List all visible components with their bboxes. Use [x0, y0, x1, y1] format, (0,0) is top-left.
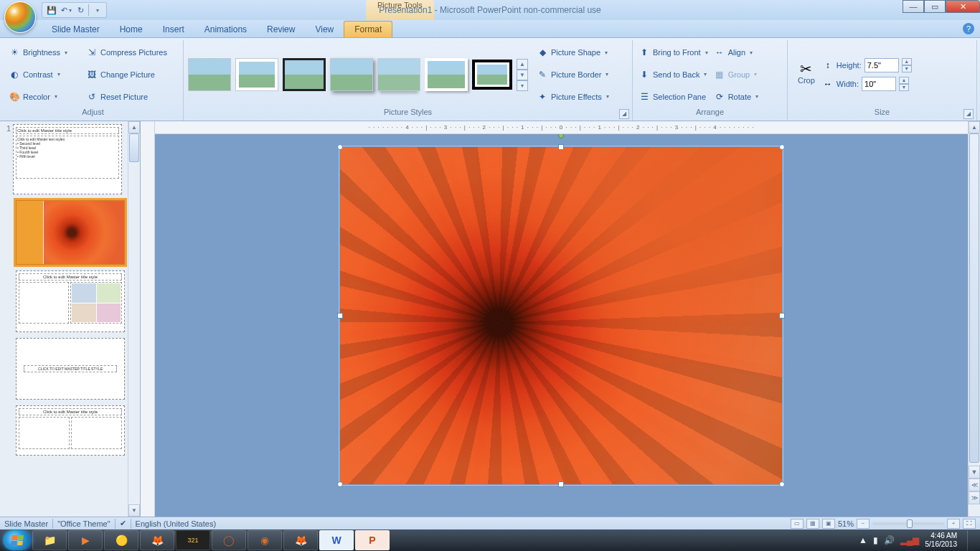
next-slide-icon[interactable]: ≫	[969, 491, 980, 504]
rotate-button[interactable]: ⟳Rotate▾	[711, 90, 761, 104]
taskbar-chrome[interactable]: 🟡	[104, 530, 138, 550]
layout-slide-selected[interactable]	[16, 200, 125, 265]
resize-handle-n[interactable]	[558, 144, 564, 150]
change-picture-button[interactable]: 🖼Change Picture	[83, 67, 170, 82]
flower-image[interactable]	[340, 147, 782, 484]
tray-volume-icon[interactable]: 🔊	[884, 535, 895, 545]
resize-handle-sw[interactable]	[337, 481, 343, 487]
style-thumb-6[interactable]	[425, 58, 468, 91]
qat-customize-icon[interactable]: ▾	[90, 4, 103, 17]
send-to-back-button[interactable]: ⬇Send to Back▾	[636, 67, 711, 82]
redo-icon[interactable]: ↻	[74, 4, 87, 17]
scroll-down-icon[interactable]: ▼	[128, 504, 140, 517]
prev-slide-icon[interactable]: ≪	[969, 479, 980, 491]
zoom-out-icon[interactable]: −	[857, 519, 870, 529]
brightness-button[interactable]: ☀Brightness▾	[6, 45, 83, 60]
editor-scrollbar[interactable]: ▲ ▼ ≪ ≫	[968, 121, 980, 517]
master-thumb-1[interactable]: 1 Click to edit Master title style Click…	[3, 124, 140, 194]
fit-window-icon[interactable]: ⛶	[963, 519, 976, 529]
normal-view-icon[interactable]: ▭	[791, 519, 804, 529]
layout-thumb-3[interactable]: Click to edit Master title style	[16, 270, 140, 332]
gallery-more-icon[interactable]: ▾	[517, 80, 528, 91]
minimize-button[interactable]: —	[903, 0, 924, 13]
rotate-handle[interactable]	[558, 134, 564, 138]
tab-review[interactable]: Review	[257, 22, 305, 37]
picture-effects-button[interactable]: ✦Picture Effects▾	[534, 90, 612, 104]
layout-slide[interactable]: CLICK TO EDIT MASTER TITLE STYLE	[16, 338, 125, 400]
office-button[interactable]	[4, 1, 36, 33]
slideshow-view-icon[interactable]: ▣	[822, 519, 835, 529]
thumb-scrollbar[interactable]: ▲ ▼	[128, 121, 140, 517]
tab-format[interactable]: Format	[344, 21, 392, 37]
selection-pane-button[interactable]: ☰Selection Pane	[636, 90, 711, 104]
height-up-icon[interactable]: ▲	[902, 58, 912, 65]
style-thumb-2[interactable]	[235, 58, 278, 91]
scroll-thumb[interactable]	[129, 133, 139, 162]
slide-canvas[interactable]	[155, 134, 968, 517]
contrast-button[interactable]: ◐Contrast▾	[6, 67, 83, 82]
resize-handle-s[interactable]	[558, 481, 564, 487]
start-button[interactable]	[3, 530, 32, 550]
resize-handle-w[interactable]	[337, 313, 343, 319]
taskbar-mpc[interactable]: 321	[176, 530, 210, 550]
style-thumb-1[interactable]	[188, 58, 231, 91]
save-icon[interactable]: 💾	[45, 4, 58, 17]
height-down-icon[interactable]: ▼	[902, 65, 912, 72]
style-thumb-4[interactable]	[330, 58, 373, 91]
bring-to-front-button[interactable]: ⬆Bring to Front▾	[636, 45, 711, 60]
taskbar-app-2[interactable]: ◉	[248, 530, 282, 550]
reset-picture-button[interactable]: ↺Reset Picture	[83, 90, 170, 104]
master-slide[interactable]: Click to edit Master title style Click t…	[13, 124, 122, 194]
tab-animations[interactable]: Animations	[194, 22, 257, 37]
taskbar-firefox-1[interactable]: 🦊	[140, 530, 174, 550]
scroll-track[interactable]	[128, 133, 140, 504]
picture-border-button[interactable]: ✎Picture Border▾	[534, 67, 612, 82]
tab-insert[interactable]: Insert	[153, 22, 194, 37]
size-dialog-launcher[interactable]: ◢	[963, 109, 974, 119]
height-input[interactable]	[864, 58, 899, 72]
style-thumb-5[interactable]	[377, 58, 420, 91]
taskbar-firefox-2[interactable]: 🦊	[283, 530, 318, 550]
tray-network-icon[interactable]: ▂▄▆	[900, 535, 920, 545]
zoom-percent[interactable]: 51%	[838, 519, 854, 528]
taskbar-wmp[interactable]: ▶	[68, 530, 103, 550]
taskbar-app-1[interactable]: ◯	[212, 530, 246, 550]
close-button[interactable]: ✕	[946, 0, 980, 13]
crop-button[interactable]: Crop	[795, 75, 818, 86]
compress-pictures-button[interactable]: ⇲Compress Pictures	[83, 45, 170, 60]
resize-handle-ne[interactable]	[779, 144, 785, 150]
resize-handle-nw[interactable]	[337, 144, 343, 150]
layout-slide[interactable]: Click to edit Master title style	[16, 405, 125, 456]
help-icon[interactable]: ?	[963, 23, 974, 34]
zoom-slider[interactable]	[872, 522, 944, 525]
layout-slide[interactable]: Click to edit Master title style	[16, 270, 125, 332]
align-button[interactable]: ↔Align▾	[711, 45, 761, 60]
undo-icon[interactable]: ↶▾	[60, 4, 72, 17]
layout-thumb-2[interactable]	[16, 200, 140, 265]
tab-view[interactable]: View	[305, 22, 344, 37]
taskbar-word[interactable]: W	[319, 530, 354, 550]
editor-scroll-thumb[interactable]	[969, 133, 979, 463]
editor-scroll-up-icon[interactable]: ▲	[969, 121, 980, 133]
show-desktop-button[interactable]	[967, 530, 974, 550]
styles-dialog-launcher[interactable]: ◢	[619, 109, 629, 119]
tray-clock[interactable]: 4:46 AM 5/16/2013	[925, 532, 958, 549]
zoom-in-icon[interactable]: +	[947, 519, 960, 529]
taskbar-explorer[interactable]: 📁	[32, 530, 67, 550]
tab-home[interactable]: Home	[110, 22, 153, 37]
width-input[interactable]	[862, 77, 896, 91]
tray-battery-icon[interactable]: ▮	[873, 535, 878, 545]
scroll-up-icon[interactable]: ▲	[128, 121, 140, 133]
zoom-slider-thumb[interactable]	[907, 519, 913, 528]
gallery-up-icon[interactable]: ▲	[517, 59, 528, 70]
taskbar-powerpoint[interactable]: P	[355, 530, 390, 550]
resize-handle-e[interactable]	[779, 313, 785, 319]
picture-shape-button[interactable]: ◆Picture Shape▾	[534, 45, 612, 60]
resize-handle-se[interactable]	[779, 481, 785, 487]
selected-picture[interactable]	[340, 147, 782, 484]
tab-slide-master[interactable]: Slide Master	[42, 22, 110, 37]
status-language[interactable]: English (United States)	[136, 519, 217, 528]
sorter-view-icon[interactable]: ▦	[806, 519, 819, 529]
style-thumb-7[interactable]	[472, 60, 512, 90]
width-down-icon[interactable]: ▼	[899, 84, 909, 91]
